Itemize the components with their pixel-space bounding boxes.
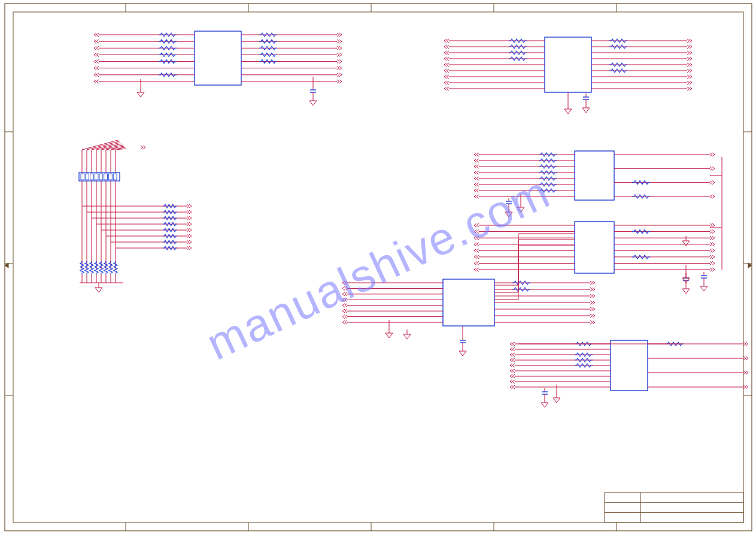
ic-block-top-right (449, 37, 687, 104)
svg-rect-123 (443, 279, 494, 326)
svg-rect-200 (86, 174, 89, 180)
ic-block-mid-right-upper (479, 151, 710, 202)
svg-rect-93 (575, 222, 614, 273)
ic-block-bottom-right (515, 340, 743, 393)
svg-rect-202 (95, 174, 98, 180)
svg-rect-199 (81, 174, 84, 180)
schematic-page: manualshive.com (0, 0, 756, 535)
svg-rect-18 (605, 492, 743, 522)
dip-switch-array (79, 140, 187, 283)
svg-rect-203 (99, 174, 103, 180)
svg-rect-73 (575, 151, 614, 200)
schematic-svg (0, 0, 756, 535)
ic-block-mid-right-lower (479, 222, 710, 274)
svg-rect-47 (545, 37, 591, 92)
svg-rect-201 (90, 174, 94, 180)
svg-rect-22 (195, 31, 241, 85)
svg-rect-204 (104, 174, 108, 180)
svg-rect-206 (113, 174, 117, 180)
svg-rect-205 (109, 174, 113, 180)
ic-block-top-left (99, 31, 337, 87)
ic-block-mid-center (347, 279, 590, 337)
svg-rect-148 (611, 340, 648, 391)
